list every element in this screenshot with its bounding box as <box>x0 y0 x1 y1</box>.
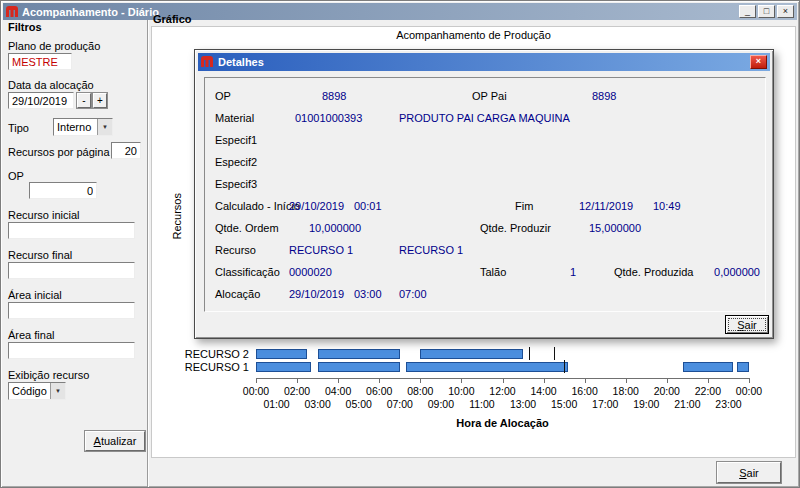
chevron-down-icon[interactable]: ▼ <box>50 383 65 399</box>
tick-label: 07:00 <box>387 398 413 410</box>
dlg-material-code: 01001000393 <box>295 112 362 124</box>
dlg-talao-value: 1 <box>570 266 576 278</box>
recursos-por-pagina-input[interactable] <box>111 142 141 159</box>
area-final-input[interactable] <box>8 342 135 359</box>
tick-label: 12:00 <box>489 385 515 397</box>
dlg-op-pai-label: OP Pai <box>472 90 507 102</box>
tick-label: 18:00 <box>613 385 639 397</box>
dlg-material-label: Material <box>215 112 254 124</box>
minimize-button[interactable]: _ <box>739 5 756 18</box>
tick-label: 02:00 <box>284 385 310 397</box>
chart-tick-labels-even: 00:0002:0004:0006:0008:0010:0012:0014:00… <box>256 385 749 396</box>
dlg-qtde-produzida-value: 0,000000 <box>714 266 760 278</box>
tick-label: 19:00 <box>633 398 659 410</box>
dlg-talao-label: Talão <box>480 266 506 278</box>
tick-label: 10:00 <box>448 385 474 397</box>
data-alocacao-input[interactable] <box>8 92 74 109</box>
dlg-calculado-date: 29/10/2019 <box>289 200 344 212</box>
axis-tick <box>708 379 709 383</box>
dlg-fim-time: 10:49 <box>653 200 681 212</box>
app-window: Acompanhamento - Diário _ □ × Filtros Pl… <box>0 0 800 488</box>
recurso-final-input[interactable] <box>8 262 135 279</box>
dlg-especif3-label: Especif3 <box>215 178 257 190</box>
tick-label: 20:00 <box>654 385 680 397</box>
sair-button-dialog[interactable]: Sair <box>725 315 769 334</box>
maximize-button[interactable]: □ <box>758 5 775 18</box>
area-inicial-input[interactable] <box>8 302 135 319</box>
gantt-bar[interactable] <box>406 362 568 372</box>
axis-tick <box>749 379 750 383</box>
gantt-bar[interactable] <box>318 349 400 359</box>
op-input[interactable] <box>29 182 97 199</box>
tipo-select[interactable]: Interno ▼ <box>53 118 113 136</box>
time-marker <box>554 347 555 360</box>
exibicao-recurso-select[interactable]: Código ▼ <box>8 382 66 400</box>
tick-label: 23:00 <box>715 398 741 410</box>
tick-label: 00:00 <box>243 385 269 397</box>
gantt-chart[interactable] <box>256 349 749 375</box>
area-final-label: Área final <box>8 329 54 341</box>
axis-tick <box>461 379 462 383</box>
panel-divider <box>147 20 149 487</box>
dlg-classificacao-label: Classificação <box>215 266 280 278</box>
dlg-alocacao-time-end: 07:00 <box>399 288 427 300</box>
dlg-classificacao-value: 0000020 <box>289 266 332 278</box>
axis-tick <box>626 379 627 383</box>
tick-label: 22:00 <box>695 385 721 397</box>
gantt-bar[interactable] <box>256 349 307 359</box>
plano-producao-input[interactable] <box>8 53 72 70</box>
dlg-recurso-label: Recurso <box>215 244 256 256</box>
dlg-qtde-produzir-value: 15,000000 <box>589 222 641 234</box>
detalhes-dialog: Detalhes × OP 8898 OP Pai 8898 Material … <box>194 49 774 339</box>
gantt-bar[interactable] <box>318 362 400 372</box>
dlg-alocacao-time-start: 03:00 <box>354 288 382 300</box>
gantt-bar[interactable] <box>683 362 732 372</box>
sair-button-main[interactable]: Sair <box>717 462 781 483</box>
axis-tick <box>503 379 504 383</box>
tick-label: 11:00 <box>469 398 495 410</box>
chart-x-axis-label: Hora de Alocação <box>256 417 749 429</box>
axis-tick <box>544 379 545 383</box>
chart-tick-marks <box>256 379 749 383</box>
recurso-final-label: Recurso final <box>8 249 72 261</box>
dialog-titlebar[interactable]: Detalhes × <box>198 53 770 71</box>
dlg-fim-label: Fim <box>515 200 533 212</box>
dialog-close-button[interactable]: × <box>750 55 767 69</box>
dlg-op-pai-value: 8898 <box>592 90 616 102</box>
dlg-qtde-produzir-label: Qtde. Produzir <box>480 222 551 234</box>
tipo-selected-value: Interno <box>54 119 97 135</box>
dlg-alocacao-label: Alocação <box>215 288 260 300</box>
window-titlebar[interactable]: Acompanhamento - Diário _ □ × <box>3 3 797 20</box>
atualizar-button[interactable]: Atualizar <box>85 431 145 451</box>
tick-label: 09:00 <box>428 398 454 410</box>
chart-title: Acompanhamento de Produção <box>151 29 796 41</box>
dlg-op-value: 8898 <box>322 90 346 102</box>
dlg-calculado-label: Calculado - Início <box>215 200 300 212</box>
gantt-bar[interactable] <box>737 362 749 372</box>
axis-tick <box>585 379 586 383</box>
tick-label: 13:00 <box>510 398 536 410</box>
gantt-bar[interactable] <box>420 349 523 359</box>
recurso-inicial-label: Recurso inicial <box>8 209 80 221</box>
filters-heading: Filtros <box>8 21 42 33</box>
gantt-row-label: RECURSO 2 <box>185 348 249 360</box>
chart-tick-labels-odd: 01:0003:0005:0007:0009:0011:0013:0015:00… <box>256 398 749 409</box>
tick-label: 01:00 <box>263 398 289 410</box>
date-increment-button[interactable]: + <box>93 93 107 108</box>
chevron-down-icon[interactable]: ▼ <box>97 119 112 135</box>
tick-label: 14:00 <box>530 385 556 397</box>
area-inicial-label: Área inicial <box>8 289 62 301</box>
tipo-label: Tipo <box>8 122 29 134</box>
close-button[interactable]: × <box>777 5 794 18</box>
date-decrement-button[interactable]: - <box>77 93 91 108</box>
tick-label: 04:00 <box>325 385 351 397</box>
dlg-recurso-desc: RECURSO 1 <box>399 244 463 256</box>
recurso-inicial-input[interactable] <box>8 222 135 239</box>
tick-label: 08:00 <box>407 385 433 397</box>
dialog-title: Detalhes <box>218 56 750 68</box>
exibicao-recurso-label: Exibição recurso <box>8 369 89 381</box>
gantt-bar[interactable] <box>256 362 311 372</box>
app-logo-icon <box>6 6 18 18</box>
data-alocacao-label: Data da alocação <box>8 79 94 91</box>
axis-tick <box>338 379 339 383</box>
